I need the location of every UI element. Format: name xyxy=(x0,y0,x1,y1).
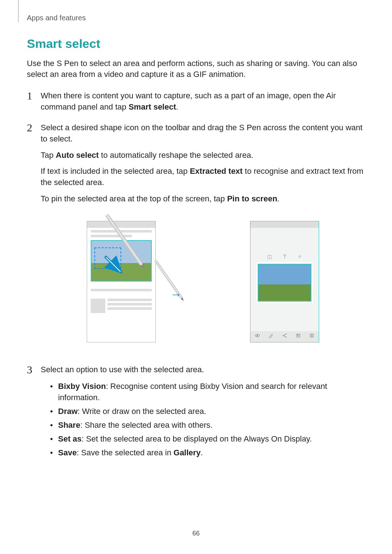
bullet-set-as: Set as: Set the selected area to be disp… xyxy=(48,433,365,445)
step-2-p4-a: To pin the selected area at the top of t… xyxy=(41,194,227,203)
bullet-label: Share xyxy=(58,420,80,430)
bullet-label: Bixby Vision xyxy=(58,382,106,391)
bixby-vision-icon xyxy=(255,333,260,340)
step-3: Select an option to use with the selecte… xyxy=(27,364,365,459)
placeholder-thumb xyxy=(91,299,105,313)
pin-icon: ✧ xyxy=(298,253,302,260)
step-1: When there is content you want to captur… xyxy=(27,90,365,113)
top-tool-row: ◫ T ✧ xyxy=(261,253,308,260)
phone-before xyxy=(87,221,156,342)
bullet-text: : Write or draw on the selected area. xyxy=(78,407,206,416)
section-label: Apps and features xyxy=(27,0,365,37)
share-icon xyxy=(282,333,287,340)
bullet-text: : Set the selected area to be displayed … xyxy=(82,434,312,443)
phone-topbar xyxy=(250,221,319,228)
placeholder-line xyxy=(107,303,152,305)
step-2-p3-a: If text is included in the selected area… xyxy=(41,167,190,176)
step-2-p4-bold: Pin to screen xyxy=(227,194,277,203)
bullet-label: Draw xyxy=(58,407,78,416)
svg-rect-8 xyxy=(297,335,298,336)
selection-marquee xyxy=(94,247,121,269)
page-number: 66 xyxy=(0,530,392,537)
svg-point-4 xyxy=(283,335,283,336)
placeholder-line xyxy=(107,307,152,310)
transition-arrow-icon: → xyxy=(170,286,182,303)
resize-icon: ◫ xyxy=(267,253,272,260)
bullet-save: Save: Save the selected area in Gallery. xyxy=(48,447,365,459)
step-1-bold: Smart select xyxy=(128,102,176,111)
phone-after: ◫ T ✧ xyxy=(250,221,319,342)
intro-text: Use the S Pen to select an area and perf… xyxy=(27,58,365,79)
cropped-result xyxy=(258,264,311,301)
smart-select-figure: → ◫ T ✧ xyxy=(41,214,365,352)
text-icon: T xyxy=(283,253,286,260)
photo-with-selection xyxy=(91,240,152,282)
bullet-text: : Share the selected area with others. xyxy=(80,420,212,430)
phone-topbar xyxy=(87,221,155,228)
bullet-draw: Draw: Write or draw on the selected area… xyxy=(48,406,365,417)
bullet-text-a: : Save the selected area in xyxy=(77,448,173,457)
placeholder-line xyxy=(107,299,152,301)
step-2-p4-b: . xyxy=(277,194,279,203)
bullet-label: Set as xyxy=(58,434,82,443)
svg-point-3 xyxy=(257,335,258,336)
thumb-row xyxy=(91,299,152,313)
step-2-p1: Select a desired shape icon on the toolb… xyxy=(41,122,365,145)
bottom-tool-row xyxy=(250,331,319,342)
page-title: Smart select xyxy=(27,37,365,51)
svg-point-5 xyxy=(285,334,286,335)
step-1-text-b: . xyxy=(176,102,178,111)
step-2-p2-b: to automatically reshape the selected ar… xyxy=(99,151,253,160)
step-1-text-a: When there is content you want to captur… xyxy=(41,91,336,111)
step-2: Select a desired shape icon on the toolb… xyxy=(27,122,365,352)
bullet-share: Share: Share the selected area with othe… xyxy=(48,419,365,431)
save-icon xyxy=(309,333,314,340)
set-as-icon xyxy=(296,333,301,340)
placeholder-line xyxy=(91,289,152,291)
step-3-p1: Select an option to use with the selecte… xyxy=(41,364,365,376)
bullet-text-b: . xyxy=(201,448,203,457)
step-2-p3-bold: Extracted text xyxy=(190,167,243,176)
header-rule xyxy=(18,0,19,22)
step-2-p2-bold: Auto select xyxy=(56,151,99,160)
bullet-text-bold: Gallery xyxy=(173,448,201,457)
bullet-label: Save xyxy=(58,448,77,457)
step-2-p2-a: Tap xyxy=(41,151,56,160)
svg-point-6 xyxy=(285,337,286,337)
draw-icon xyxy=(268,333,273,340)
placeholder-line xyxy=(91,230,152,233)
bullet-bixby-vision: Bixby Vision: Recognise content using Bi… xyxy=(48,381,365,404)
placeholder-line xyxy=(91,235,132,237)
